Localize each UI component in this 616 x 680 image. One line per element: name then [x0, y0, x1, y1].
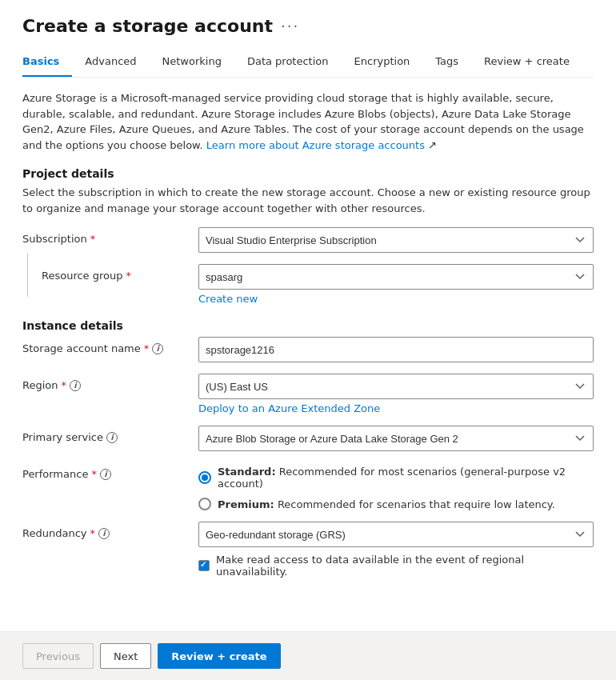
performance-standard-label: Standard: Recommended for most scenarios…: [218, 466, 594, 490]
resource-group-required: *: [126, 270, 132, 282]
subscription-required: *: [90, 233, 96, 245]
redundancy-control: Geo-redundant storage (GRS) Make read ac…: [198, 522, 594, 578]
redundancy-label: Redundancy * i: [22, 522, 198, 539]
performance-required: *: [91, 468, 97, 480]
redundancy-checkbox-label: Make read access to data available in th…: [216, 554, 594, 578]
storage-account-name-input[interactable]: [198, 337, 594, 362]
region-control: (US) East US Deploy to an Azure Extended…: [198, 374, 594, 414]
learn-more-link[interactable]: Learn more about Azure storage accounts: [206, 139, 425, 151]
primary-service-row: Primary service i Azure Blob Storage or …: [22, 426, 594, 451]
page-title-ellipsis: ···: [281, 18, 299, 34]
description-text: Azure Storage is a Microsoft-managed ser…: [22, 90, 594, 153]
subscription-row: Subscription * Visual Studio Enterprise …: [22, 227, 594, 253]
review-create-button[interactable]: Review + create: [158, 643, 280, 669]
tab-bar: Basics Advanced Networking Data protecti…: [22, 49, 594, 78]
performance-premium-option[interactable]: Premium: Recommended for scenarios that …: [198, 498, 594, 510]
indent-line: [27, 253, 28, 297]
primary-service-select[interactable]: Azure Blob Storage or Azure Data Lake St…: [198, 426, 594, 451]
tab-tags[interactable]: Tags: [422, 49, 471, 77]
create-new-link[interactable]: Create new: [198, 293, 594, 305]
performance-standard-radio[interactable]: [198, 471, 211, 484]
resource-group-row: Resource group * spasarg Create new: [22, 264, 594, 305]
resource-group-select[interactable]: spasarg: [198, 264, 594, 290]
tab-data-protection[interactable]: Data protection: [234, 49, 342, 77]
redundancy-row: Redundancy * i Geo-redundant storage (GR…: [22, 522, 594, 578]
redundancy-checkbox-row[interactable]: Make read access to data available in th…: [198, 554, 594, 578]
project-details-subtext: Select the subscription in which to crea…: [22, 185, 594, 216]
project-details-heading: Project details: [22, 167, 594, 180]
storage-account-name-label: Storage account name * i: [22, 337, 198, 354]
instance-details-heading: Instance details: [22, 319, 594, 332]
storage-name-required: *: [144, 342, 150, 354]
subscription-label: Subscription *: [22, 227, 198, 245]
primary-service-info-icon[interactable]: i: [106, 432, 118, 443]
performance-standard-option[interactable]: Standard: Recommended for most scenarios…: [198, 466, 594, 490]
storage-account-name-control: [198, 337, 594, 362]
performance-row: Performance * i Standard: Recommended fo…: [22, 462, 594, 510]
performance-info-icon[interactable]: i: [100, 469, 111, 480]
subscription-select[interactable]: Visual Studio Enterprise Subscription: [198, 227, 594, 253]
region-label: Region * i: [22, 374, 198, 391]
performance-radio-group: Standard: Recommended for most scenarios…: [198, 462, 594, 510]
tab-review-create[interactable]: Review + create: [471, 49, 582, 77]
performance-premium-label: Premium: Recommended for scenarios that …: [218, 498, 555, 510]
redundancy-info-icon[interactable]: i: [98, 528, 110, 539]
resource-group-control: spasarg Create new: [198, 264, 594, 305]
region-row: Region * i (US) East US Deploy to an Azu…: [22, 374, 594, 414]
region-required: *: [62, 379, 67, 391]
storage-account-name-row: Storage account name * i: [22, 337, 594, 362]
storage-name-info-icon[interactable]: i: [152, 343, 163, 354]
tab-encryption[interactable]: Encryption: [342, 49, 423, 77]
tab-advanced[interactable]: Advanced: [72, 49, 149, 77]
region-info-icon[interactable]: i: [70, 380, 81, 391]
tab-basics[interactable]: Basics: [22, 49, 72, 77]
performance-premium-radio[interactable]: [198, 498, 211, 510]
next-button[interactable]: Next: [100, 643, 151, 669]
tab-networking[interactable]: Networking: [150, 49, 234, 77]
primary-service-label: Primary service i: [22, 426, 198, 443]
resource-group-label: Resource group *: [22, 264, 198, 282]
redundancy-select[interactable]: Geo-redundant storage (GRS): [198, 522, 594, 547]
primary-service-control: Azure Blob Storage or Azure Data Lake St…: [198, 426, 594, 451]
subscription-control: Visual Studio Enterprise Subscription: [198, 227, 594, 253]
performance-label: Performance * i: [22, 462, 198, 480]
region-select[interactable]: (US) East US: [198, 374, 594, 399]
redundancy-required: *: [90, 527, 95, 539]
footer: Previous Next Review + create: [0, 631, 616, 680]
deploy-extended-zone-link[interactable]: Deploy to an Azure Extended Zone: [198, 402, 594, 414]
performance-control: Standard: Recommended for most scenarios…: [198, 462, 594, 510]
redundancy-checkbox[interactable]: [198, 560, 210, 571]
page-title: Create a storage account: [22, 16, 273, 36]
previous-button[interactable]: Previous: [22, 643, 94, 669]
